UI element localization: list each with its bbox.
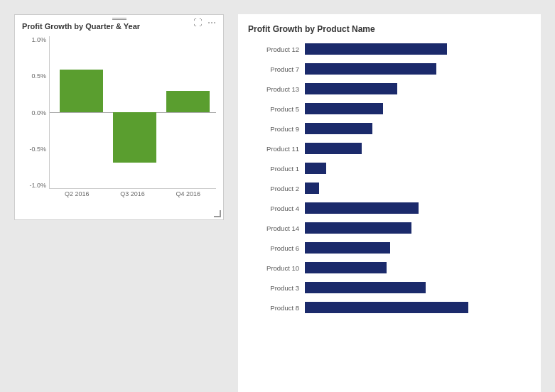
product-label: Product 5 xyxy=(248,105,305,113)
left-chart-area: 1.0% 0.5% 0.0% -0.5% -1.0% xyxy=(22,36,216,189)
bar-q3 xyxy=(113,112,156,163)
product-bar xyxy=(305,242,390,254)
more-options-icon[interactable]: ⋯ xyxy=(208,18,219,29)
y-label-2: -0.5% xyxy=(29,146,46,153)
right-chart-panel: Profit Growth by Product Name Product 12… xyxy=(238,14,541,392)
product-label: Product 14 xyxy=(248,224,305,232)
resize-handle[interactable] xyxy=(214,210,221,217)
left-chart-title: Profit Growth by Quarter & Year xyxy=(22,22,216,31)
x-label-q3: Q3 2016 xyxy=(120,190,145,197)
right-chart-title: Profit Growth by Product Name xyxy=(248,24,534,34)
product-bar xyxy=(305,262,387,273)
product-row: Product 9 xyxy=(248,121,534,136)
product-bar xyxy=(305,302,468,313)
product-row: Product 8 xyxy=(248,300,534,315)
product-bar xyxy=(305,202,419,214)
product-label: Product 6 xyxy=(248,244,305,252)
product-label: Product 13 xyxy=(248,85,305,93)
product-row: Product 3 xyxy=(248,280,534,295)
product-row: Product 14 xyxy=(248,220,534,236)
product-label: Product 10 xyxy=(248,264,305,272)
product-row: Product 5 xyxy=(248,101,534,116)
x-label-q2: Q2 2016 xyxy=(65,190,90,197)
product-row: Product 2 xyxy=(248,180,534,196)
product-row: Product 7 xyxy=(248,61,534,77)
chart-toolbar: ⛶ ⋯ xyxy=(193,18,219,29)
y-label-3: 0.0% xyxy=(31,109,46,116)
y-label-4: 0.5% xyxy=(31,72,46,80)
product-label: Product 12 xyxy=(248,45,305,53)
y-axis: 1.0% 0.5% 0.0% -0.5% -1.0% xyxy=(22,36,49,189)
product-label: Product 1 xyxy=(248,165,305,173)
product-bar xyxy=(305,123,372,134)
product-label: Product 2 xyxy=(248,185,305,192)
product-bar xyxy=(305,282,426,293)
product-bar xyxy=(305,143,362,154)
product-bar xyxy=(305,183,319,194)
expand-icon[interactable]: ⛶ xyxy=(193,18,205,29)
product-label: Product 9 xyxy=(248,125,305,133)
x-label-q4: Q4 2016 xyxy=(176,190,201,197)
product-row: Product 12 xyxy=(248,41,534,57)
dashboard: ⛶ ⋯ Profit Growth by Quarter & Year 1.0%… xyxy=(0,0,555,392)
product-bar xyxy=(305,63,436,75)
product-row: Product 11 xyxy=(248,141,534,156)
bar-area xyxy=(49,36,216,189)
product-label: Product 11 xyxy=(248,145,305,153)
product-label: Product 8 xyxy=(248,304,305,312)
product-bar xyxy=(305,222,411,234)
x-axis-labels: Q2 2016 Q3 2016 Q4 2016 xyxy=(22,190,216,197)
bar-q2 xyxy=(60,70,103,112)
product-row: Product 4 xyxy=(248,200,534,216)
product-row: Product 10 xyxy=(248,260,534,276)
product-rows: Product 12Product 7Product 13Product 5Pr… xyxy=(248,41,534,315)
product-label: Product 3 xyxy=(248,284,305,292)
product-bar xyxy=(305,83,397,94)
product-label: Product 4 xyxy=(248,205,305,212)
y-label-5: 1.0% xyxy=(31,36,46,43)
product-label: Product 7 xyxy=(248,65,305,73)
product-row: Product 6 xyxy=(248,240,534,256)
product-row: Product 1 xyxy=(248,160,534,176)
product-bar xyxy=(305,43,447,55)
product-bar xyxy=(305,103,383,114)
product-row: Product 13 xyxy=(248,81,534,97)
drag-handle[interactable] xyxy=(112,18,126,21)
bar-q4 xyxy=(166,91,210,112)
y-label-1: -1.0% xyxy=(29,182,46,189)
product-bar xyxy=(305,163,326,174)
left-chart-panel: ⛶ ⋯ Profit Growth by Quarter & Year 1.0%… xyxy=(14,14,224,220)
